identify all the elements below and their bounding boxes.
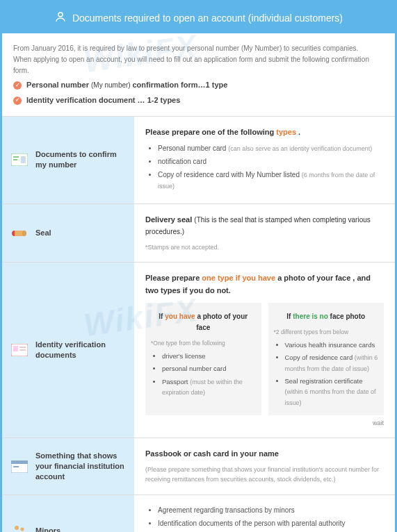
case-list: Various health insurance cards Copy of r… bbox=[274, 340, 379, 408]
section-identity: Identity verification documents Please p… bbox=[2, 263, 395, 438]
person-icon bbox=[54, 10, 67, 25]
section-content: Agreement regarding transactions by mino… bbox=[134, 495, 395, 532]
card-title: Documents required to open an account (i… bbox=[72, 13, 343, 24]
intro-block: From January 2016, it is required by law… bbox=[2, 33, 395, 117]
requirement-1-text-a: Personal number bbox=[26, 81, 91, 89]
section-label-text: Identity verification documents bbox=[35, 340, 126, 361]
section-label: Documents to confirm my number bbox=[2, 117, 134, 203]
id-card-icon bbox=[10, 344, 29, 356]
intro-line-1: From January 2016, it is required by law… bbox=[13, 43, 384, 54]
list-item: Agreement regarding transactions by mino… bbox=[158, 505, 384, 516]
content-title: Please prepare one of the following type… bbox=[145, 126, 384, 139]
card-icon bbox=[10, 153, 29, 166]
svg-point-16 bbox=[21, 527, 24, 531]
requirement-1-text-c: confirmation form…1 type bbox=[132, 81, 227, 89]
item-list: Personal number card (can also serve as … bbox=[145, 143, 384, 192]
intro-line-2: When applying to open an account, you wi… bbox=[13, 54, 384, 76]
section-bank: Something that shows your financial inst… bbox=[2, 438, 395, 494]
passbook-icon bbox=[10, 460, 29, 473]
requirement-2-text: Identity verification document … 1-2 typ… bbox=[26, 96, 180, 104]
case-with-photo: If you have a photo of your face *One ty… bbox=[145, 303, 261, 416]
svg-rect-4 bbox=[21, 156, 26, 163]
section-confirm-number: Documents to confirm my number Please pr… bbox=[2, 117, 395, 204]
card-header: Documents required to open an account (i… bbox=[2, 2, 395, 33]
title-part: Delivery seal bbox=[145, 215, 194, 224]
wait-text: wait bbox=[145, 418, 384, 428]
check-icon: ✓ bbox=[13, 97, 22, 105]
head-highlight: there is no bbox=[293, 313, 330, 320]
list-item: Copy of residence card with My Number li… bbox=[158, 169, 384, 192]
case-heading: If you have a photo of your face bbox=[151, 308, 256, 339]
section-label: Minors bbox=[2, 495, 134, 532]
list-item: personal number card bbox=[162, 363, 256, 374]
section-content: Please prepare one of the following type… bbox=[134, 117, 395, 203]
section-label: Identity verification documents bbox=[2, 263, 134, 438]
head-part: If bbox=[286, 313, 293, 320]
content-title: Delivery seal (This is the seal that is … bbox=[145, 214, 384, 238]
title-part: Please prepare bbox=[145, 274, 202, 282]
item-text: Copy of residence card bbox=[285, 354, 355, 361]
svg-rect-2 bbox=[13, 156, 19, 158]
requirement-2: ✓ Identity verification document … 1-2 t… bbox=[13, 94, 384, 107]
list-item: notification card bbox=[158, 156, 384, 167]
section-content: Passbook or cash card in your name (Plea… bbox=[134, 438, 395, 494]
requirement-1: ✓ Personal number (My number) confirmati… bbox=[13, 79, 384, 92]
seal-icon bbox=[10, 228, 29, 239]
content-title: Passbook or cash card in your name bbox=[145, 448, 384, 460]
case-note: *2 different types from below bbox=[274, 328, 379, 338]
minors-icon bbox=[10, 524, 29, 532]
item-note: (within 6 months from the date of issue) bbox=[285, 388, 376, 406]
title-part: . bbox=[298, 128, 300, 136]
content-note: (Please prepare something that shows you… bbox=[145, 465, 384, 485]
list-item: Copy of residence card (within 6 months … bbox=[285, 352, 379, 374]
svg-rect-13 bbox=[11, 460, 28, 464]
item-note: (can also serve as an identity verificat… bbox=[228, 145, 372, 152]
svg-point-15 bbox=[15, 526, 19, 530]
list-item: Various health insurance cards bbox=[285, 340, 379, 350]
section-content: Delivery seal (This is the seal that is … bbox=[134, 204, 395, 263]
cases-row: If you have a photo of your face *One ty… bbox=[145, 303, 384, 416]
section-label-text: Minors bbox=[35, 526, 60, 532]
list-item: Seal registration certificate (within 6 … bbox=[285, 376, 379, 408]
document-card: Documents required to open an account (i… bbox=[0, 0, 397, 532]
item-text: Personal number card bbox=[158, 144, 228, 152]
list-item: Personal number card (can also serve as … bbox=[158, 143, 384, 154]
item-list: Agreement regarding transactions by mino… bbox=[145, 505, 384, 532]
section-content: Please prepare one type if you have a ph… bbox=[134, 263, 395, 438]
section-seal: Seal Delivery seal (This is the seal tha… bbox=[2, 204, 395, 263]
svg-rect-10 bbox=[19, 347, 26, 348]
section-label: Seal bbox=[2, 204, 134, 263]
requirement-1-text-b: (My number) bbox=[91, 81, 132, 89]
head-part: a photo of your face bbox=[196, 313, 248, 331]
svg-rect-11 bbox=[19, 349, 26, 351]
title-part: Please prepare one of the following bbox=[145, 128, 276, 136]
list-item: driver's license bbox=[162, 351, 256, 361]
item-text: Copy of residence card with My Number li… bbox=[158, 171, 302, 178]
title-highlight: one type if you have bbox=[202, 274, 277, 282]
case-list: driver's license personal number card Pa… bbox=[151, 351, 256, 397]
case-note: *One type from the following bbox=[151, 339, 256, 349]
section-label: Something that shows your financial inst… bbox=[2, 438, 134, 494]
title-highlight: types bbox=[276, 128, 298, 136]
head-part: If bbox=[159, 313, 165, 320]
svg-rect-9 bbox=[13, 346, 18, 351]
svg-rect-14 bbox=[13, 466, 19, 467]
section-minors: Minors Agreement regarding transactions … bbox=[2, 495, 395, 532]
case-no-photo: If there is no face photo *2 different t… bbox=[268, 303, 384, 416]
section-label-text: Something that shows your financial inst… bbox=[35, 451, 126, 483]
svg-point-0 bbox=[58, 13, 63, 17]
check-icon: ✓ bbox=[13, 81, 22, 90]
item-text: Seal registration certificate bbox=[285, 377, 363, 385]
content-title: Please prepare one type if you have a ph… bbox=[145, 272, 384, 297]
head-part: face photo bbox=[330, 313, 366, 320]
item-text: Passport bbox=[162, 378, 190, 385]
head-highlight: you have bbox=[165, 313, 197, 320]
content-note: *Stamps are not accepted. bbox=[145, 242, 384, 252]
list-item: Identification documents of the person w… bbox=[158, 518, 384, 529]
svg-rect-3 bbox=[13, 159, 17, 160]
svg-point-7 bbox=[22, 231, 26, 236]
case-heading: If there is no face photo bbox=[274, 308, 379, 328]
section-label-text: Seal bbox=[35, 228, 51, 238]
list-item: Passport (must be within the expiration … bbox=[162, 376, 256, 398]
section-label-text: Documents to confirm my number bbox=[35, 149, 126, 171]
